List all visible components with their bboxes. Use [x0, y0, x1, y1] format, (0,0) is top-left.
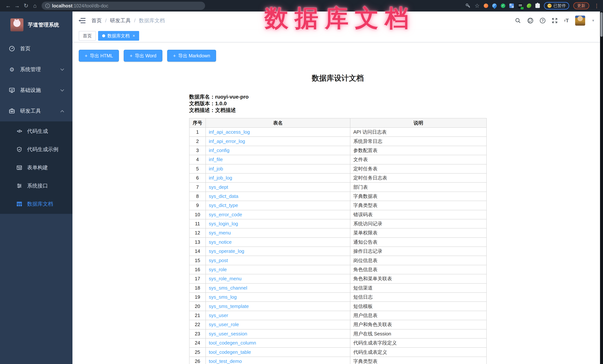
table-name-link[interactable]: sys_dept: [209, 184, 228, 190]
table-description: 用户信息表: [350, 311, 487, 320]
export-markdown-button[interactable]: + 导出 Markdown: [167, 50, 216, 62]
table-name-link[interactable]: inf_file: [209, 157, 223, 162]
forward-icon[interactable]: →: [13, 0, 22, 11]
table-header-row: 序号 表名 说明: [189, 118, 487, 128]
table-name-link[interactable]: sys_operate_log: [209, 248, 244, 254]
sidebar-item-codegen-example[interactable]: 代码生成示例: [0, 140, 72, 158]
table-row: 15 sys_post 岗位信息表: [189, 256, 487, 265]
table-name-link[interactable]: inf_api_access_log: [209, 129, 250, 135]
extension-icon-grid[interactable]: [509, 3, 514, 8]
sidebar-item-system-api[interactable]: 系统接口: [0, 177, 72, 195]
site-info-icon[interactable]: i: [45, 3, 50, 8]
user-avatar[interactable]: [575, 16, 585, 26]
search-icon[interactable]: [515, 18, 521, 23]
table-name-link[interactable]: sys_sms_template: [209, 303, 249, 309]
sidebar-item-devtools[interactable]: 研发工具: [0, 101, 72, 121]
bookmark-star-icon[interactable]: ☆: [475, 0, 480, 11]
password-key-icon[interactable]: [465, 3, 471, 8]
extension-icon-check[interactable]: [501, 3, 505, 8]
table-name-link[interactable]: inf_config: [209, 148, 229, 153]
active-tab-dot-icon: [102, 34, 105, 37]
table-name-link[interactable]: inf_job: [209, 166, 223, 172]
table-description: 短信日志: [350, 293, 487, 302]
table-row: 13 sys_notice 通知公告表: [189, 238, 487, 247]
table-row: 5 inf_job 定时任务表: [189, 164, 487, 173]
sidebar-item-system[interactable]: ⚙ 系统管理: [0, 59, 72, 80]
table-name-link[interactable]: inf_api_error_log: [209, 138, 245, 144]
sidebar-item-form-builder[interactable]: 表单构建: [0, 158, 72, 177]
extension-icon-orange[interactable]: [484, 3, 488, 8]
extension-icon-leaf[interactable]: [527, 3, 531, 8]
address-bar[interactable]: i localhost:1024/tool/db-doc: [42, 2, 205, 10]
table-name-link[interactable]: sys_sms_channel: [209, 285, 247, 291]
table-name-link[interactable]: sys_user_session: [209, 331, 247, 337]
table-description: 代码生成表定义: [350, 347, 487, 357]
extension-icon-pin[interactable]: [491, 3, 498, 9]
table-name-link[interactable]: tool_codegen_column: [209, 340, 256, 346]
sidebar-item-label: 基础设施: [20, 87, 41, 94]
row-number: 19: [189, 293, 206, 302]
font-size-icon[interactable]: тT: [564, 18, 569, 23]
page-scrollbar[interactable]: [600, 11, 603, 364]
row-number: 21: [189, 311, 206, 320]
sidebar-item-home[interactable]: 首页: [0, 38, 72, 59]
toolbox-icon: [9, 108, 15, 114]
col-header-no: 序号: [189, 118, 206, 128]
sidebar-item-infrastructure[interactable]: 基础设施: [0, 80, 72, 101]
table-row: 12 sys_menu 菜单权限表: [189, 228, 487, 237]
update-button[interactable]: 更新: [573, 2, 589, 9]
export-word-button[interactable]: + 导出 Word: [124, 50, 162, 62]
home-icon[interactable]: ⌂: [30, 0, 39, 11]
back-icon[interactable]: ←: [4, 0, 13, 11]
breadcrumb-home[interactable]: 首页: [91, 17, 102, 24]
table-name-link[interactable]: sys_role_menu: [209, 276, 242, 281]
app-logo-image: [11, 18, 23, 31]
table-description: 文件表: [350, 155, 487, 164]
help-icon[interactable]: ?: [540, 18, 545, 23]
table-name-link[interactable]: inf_job_log: [209, 175, 232, 181]
row-number: 18: [189, 283, 206, 293]
sidebar-item-db-doc[interactable]: 数据库文档: [0, 195, 72, 213]
scrollbar-thumb[interactable]: [600, 12, 603, 37]
table-description: 错误码表: [350, 210, 487, 219]
table-name-link[interactable]: sys_notice: [209, 239, 232, 245]
export-html-button[interactable]: + 导出 HTML: [79, 50, 119, 62]
table-row: 2 inf_api_error_log 系统异常日志: [189, 137, 487, 146]
plus-icon: +: [173, 53, 176, 59]
table-name-link[interactable]: sys_sms_log: [209, 294, 237, 300]
plus-icon: +: [85, 53, 88, 59]
table-name-link[interactable]: sys_post: [209, 258, 228, 263]
tab-home[interactable]: 首页: [79, 31, 96, 41]
table-name-link[interactable]: tool_codegen_table: [209, 349, 251, 355]
breadcrumb-devtools[interactable]: 研发工具: [110, 17, 131, 24]
table-name-link[interactable]: sys_user_role: [209, 322, 239, 327]
sidebar-item-codegen[interactable]: </> 代码生成: [0, 122, 72, 140]
table-name-link[interactable]: tool_test_demo: [209, 358, 242, 364]
close-tab-icon[interactable]: ×: [133, 34, 135, 38]
table-name-link[interactable]: sys_login_log: [209, 221, 238, 226]
breadcrumb: 首页 / 研发工具 / 数据库文档: [91, 17, 165, 24]
table-name-link[interactable]: sys_menu: [209, 230, 231, 236]
app-logo-row[interactable]: 芋道管理系统: [0, 11, 72, 38]
avatar-caret-icon[interactable]: ▼: [591, 19, 595, 23]
table-row: 7 sys_dept 部门表: [189, 182, 487, 192]
table-icon: [16, 201, 22, 207]
table-name-link[interactable]: sys_dict_type: [209, 202, 238, 208]
table-name-link[interactable]: sys_role: [209, 267, 227, 272]
sidebar-item-label: 系统接口: [27, 182, 48, 189]
tab-db-doc[interactable]: 数据库文档 ×: [98, 31, 139, 41]
reload-icon[interactable]: ↻: [22, 0, 30, 11]
table-row: 1 inf_api_access_log API 访问日志表: [189, 128, 487, 137]
extension-icon-switch-on[interactable]: [518, 3, 523, 8]
row-number: 20: [189, 302, 206, 311]
table-name-link[interactable]: sys_user: [209, 313, 228, 318]
menu-fold-icon[interactable]: [79, 18, 85, 23]
table-name-link[interactable]: sys_dict_data: [209, 193, 238, 199]
browser-menu-kebab-icon[interactable]: ⋮: [593, 3, 600, 9]
github-icon[interactable]: [527, 17, 533, 24]
profile-paused-pill[interactable]: 已暂停: [544, 2, 569, 10]
fullscreen-icon[interactable]: [552, 18, 558, 23]
extensions-puzzle-icon[interactable]: [535, 3, 540, 8]
table-row: 10 sys_error_code 错误码表: [189, 210, 487, 219]
table-name-link[interactable]: sys_error_code: [209, 212, 242, 217]
